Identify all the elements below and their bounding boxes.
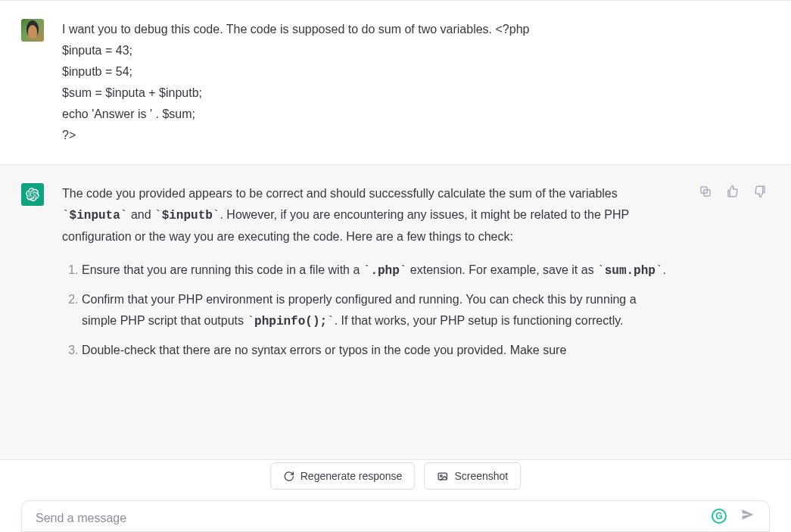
- assistant-list: Ensure that you are running this code in…: [62, 260, 668, 361]
- text: . If that works, your PHP setup is funct…: [335, 314, 624, 327]
- copy-button[interactable]: [697, 183, 714, 200]
- user-message: I want you to debug this code. The code …: [0, 1, 791, 164]
- text: The code you provided appears to be corr…: [62, 187, 618, 200]
- send-icon: [740, 507, 755, 522]
- user-line: $inputa = 43;: [62, 40, 683, 61]
- copy-icon: [699, 185, 712, 198]
- user-line: $inputb = 54;: [62, 61, 683, 82]
- float-buttons: Regenerate response Screenshot: [270, 462, 521, 490]
- text: Double-check that there are no syntax er…: [82, 344, 566, 356]
- grammarly-icon: G: [715, 511, 722, 521]
- message-composer[interactable]: Send a message G: [21, 500, 770, 532]
- regenerate-label: Regenerate response: [301, 470, 403, 482]
- assistant-intro: The code you provided appears to be corr…: [62, 183, 668, 247]
- regenerate-button[interactable]: Regenerate response: [270, 462, 416, 490]
- text: and: [127, 208, 154, 221]
- text: .: [663, 263, 666, 276]
- composer-placeholder: Send a message: [36, 512, 126, 524]
- inline-code: sum.php: [597, 264, 662, 278]
- inline-code: .php: [363, 264, 407, 278]
- message-actions: [697, 183, 768, 200]
- screenshot-button[interactable]: Screenshot: [424, 462, 521, 490]
- inline-code: $inputa: [62, 209, 127, 222]
- assistant-avatar: [21, 183, 44, 206]
- inline-code: $inputb: [154, 209, 220, 222]
- conversation-thread: I want you to debug this code. The code …: [0, 1, 791, 532]
- grammarly-badge[interactable]: G: [712, 509, 727, 524]
- thumbs-up-button[interactable]: [724, 183, 741, 200]
- thumbs-down-button[interactable]: [752, 183, 768, 200]
- send-button[interactable]: [740, 507, 755, 525]
- text: Ensure that you are running this code in…: [82, 263, 363, 276]
- list-item: Double-check that there are no syntax er…: [82, 340, 668, 361]
- user-line: echo 'Answer is ' . $sum;: [62, 104, 683, 125]
- list-item: Confirm that your PHP environment is pro…: [82, 289, 668, 332]
- screenshot-label: Screenshot: [454, 470, 508, 482]
- user-message-content: I want you to debug this code. The code …: [62, 19, 683, 146]
- svg-point-3: [441, 474, 443, 477]
- thumbs-down-icon: [753, 185, 767, 198]
- text: extension. For example, save it as: [406, 263, 597, 276]
- thumbs-up-icon: [726, 185, 740, 198]
- user-avatar: [21, 19, 44, 42]
- screenshot-icon: [437, 471, 448, 482]
- user-line: ?>: [62, 125, 683, 146]
- assistant-message: The code you provided appears to be corr…: [0, 164, 791, 460]
- assistant-message-content: The code you provided appears to be corr…: [62, 183, 683, 369]
- inline-code: phpinfo();: [247, 315, 334, 328]
- user-line: $sum = $inputa + $inputb;: [62, 82, 683, 104]
- refresh-icon: [283, 471, 294, 482]
- list-item: Ensure that you are running this code in…: [82, 260, 668, 282]
- user-line: I want you to debug this code. The code …: [62, 19, 683, 40]
